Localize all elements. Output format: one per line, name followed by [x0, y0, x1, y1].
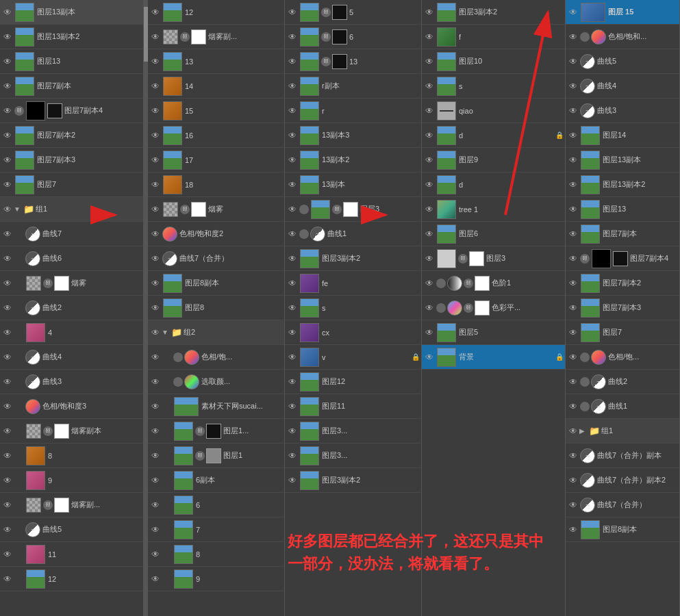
layer-row[interactable]: 👁 s: [285, 296, 421, 320]
eye-icon[interactable]: 👁: [149, 376, 162, 388]
group-row[interactable]: 👁 ▶ 📁 组1: [566, 419, 679, 444]
group-arrow-icon[interactable]: ▼: [14, 205, 23, 213]
eye-icon[interactable]: 👁: [1, 203, 14, 216]
group-row[interactable]: 👁 ▼ 📁 组2: [148, 320, 284, 345]
layer-row[interactable]: 👁 选取颜...: [148, 370, 284, 394]
layer-row[interactable]: 👁 ⛓ 烟雾副本: [0, 419, 143, 444]
eye-icon[interactable]: 👁: [149, 524, 162, 536]
layer-row[interactable]: 👁 d 🔒: [422, 123, 565, 148]
layer-row[interactable]: 👁 d: [422, 172, 565, 197]
layer-row[interactable]: 👁 ⛓ 13: [285, 49, 421, 74]
eye-icon[interactable]: 👁: [149, 499, 162, 511]
eye-icon[interactable]: 👁: [286, 351, 299, 363]
layer-row[interactable]: 👁 图层7副本2: [0, 123, 143, 148]
layer-row[interactable]: 👁 ~ 曲线2: [566, 370, 679, 394]
eye-icon[interactable]: 👁: [149, 55, 162, 68]
eye-icon[interactable]: 👁: [567, 499, 579, 511]
layer-row[interactable]: 👁 图层13副本: [0, 0, 143, 25]
eye-icon[interactable]: 👁: [1, 326, 14, 339]
layer-row[interactable]: 👁 ~ 曲线3: [0, 370, 143, 394]
layer-row[interactable]: 👁 色相/饱和...: [566, 25, 679, 49]
layer-row[interactable]: 👁 cx: [285, 320, 421, 345]
eye-icon[interactable]: 👁: [423, 253, 436, 265]
layer-row[interactable]: 👁 图层13副本2: [0, 25, 143, 49]
eye-icon[interactable]: 👁: [1, 400, 14, 413]
layer-row[interactable]: 👁 fe: [285, 271, 421, 296]
layer-row[interactable]: 👁 图层8副本: [566, 517, 679, 542]
eye-icon[interactable]: 👁: [567, 129, 579, 142]
eye-icon[interactable]: 👁: [286, 154, 299, 166]
eye-icon[interactable]: 👁: [1, 302, 14, 314]
layer-row[interactable]: 👁 ~ 曲线7（合并）: [148, 246, 284, 271]
layer-row[interactable]: 👁 15: [148, 99, 284, 123]
eye-icon[interactable]: 👁: [286, 253, 299, 265]
layer-row[interactable]: 👁 18: [148, 172, 284, 197]
layer-row[interactable]: 👁 图层3副本2: [285, 468, 421, 493]
eye-icon[interactable]: 👁: [423, 55, 436, 68]
layer-row[interactable]: 👁 ~ 曲线1: [566, 394, 679, 419]
layer-row[interactable]: 👁 16: [148, 123, 284, 148]
eye-icon[interactable]: 👁: [567, 400, 579, 413]
eye-icon[interactable]: 👁: [286, 400, 299, 413]
eye-icon[interactable]: 👁: [149, 203, 162, 216]
eye-icon[interactable]: 👁: [149, 450, 162, 462]
layer-row[interactable]: 👁 图层3...: [285, 444, 421, 468]
layer-row[interactable]: 👁 图层7副本: [0, 74, 143, 99]
eye-icon[interactable]: 👁: [1, 376, 14, 388]
layer-row-layer3[interactable]: 👁 ⛓ 图层3: [285, 197, 421, 222]
eye-icon[interactable]: 👁: [286, 228, 299, 240]
layer-row[interactable]: 👁 9: [148, 567, 284, 591]
eye-icon[interactable]: 👁: [286, 129, 299, 142]
eye-icon[interactable]: 👁: [149, 474, 162, 487]
eye-icon[interactable]: 👁: [1, 105, 14, 117]
eye-icon[interactable]: 👁: [1, 499, 14, 511]
layer-row[interactable]: 👁 图层7: [0, 172, 143, 197]
eye-icon[interactable]: 👁: [423, 228, 436, 240]
layer-row[interactable]: 👁 6副本: [148, 468, 284, 493]
layer-row[interactable]: 👁 f: [422, 25, 565, 49]
eye-icon[interactable]: 👁: [149, 253, 162, 265]
eye-icon[interactable]: 👁: [567, 351, 579, 363]
eye-icon[interactable]: 👁: [1, 6, 14, 18]
eye-icon[interactable]: 👁: [567, 425, 579, 437]
eye-icon[interactable]: 👁: [567, 80, 579, 92]
layer-row[interactable]: 👁 图层14: [566, 123, 679, 148]
layer-row[interactable]: 👁 ⛓ 6: [285, 25, 421, 49]
layer-row[interactable]: 👁 ~ 曲线7（合并）副本: [566, 444, 679, 468]
layer-row[interactable]: 👁 ⛓ 图层1: [148, 444, 284, 468]
layer-row[interactable]: 👁 图层12: [285, 370, 421, 394]
eye-icon[interactable]: 👁: [423, 203, 436, 216]
eye-icon[interactable]: 👁: [423, 31, 436, 43]
eye-icon[interactable]: 👁: [149, 80, 162, 92]
layer-row[interactable]: 👁 ⛓ 图层7副本4: [566, 246, 679, 271]
layer-row[interactable]: 👁 qiao: [422, 99, 565, 123]
layer-row[interactable]: 👁 图层3副本2: [285, 246, 421, 271]
layer-row[interactable]: 👁 14: [148, 74, 284, 99]
layer-row[interactable]: 👁 s: [422, 74, 565, 99]
layer-row[interactable]: 👁 ~ 曲线7（合并）副本2: [566, 468, 679, 493]
eye-icon[interactable]: 👁: [286, 55, 299, 68]
eye-icon[interactable]: 👁: [567, 524, 579, 536]
layer-row[interactable]: 👁 色相/饱...: [566, 345, 679, 370]
layer-row-smoke[interactable]: 👁 ⛓ 烟雾: [148, 197, 284, 222]
layer-row[interactable]: 👁 ⛓ 图层3: [422, 246, 565, 271]
eye-icon[interactable]: 👁: [149, 548, 162, 561]
eye-icon[interactable]: 👁: [286, 474, 299, 487]
layer-row[interactable]: 👁 ⛓ 图层7副本4: [0, 99, 143, 123]
layer-row[interactable]: 👁 图层8: [148, 296, 284, 320]
eye-icon[interactable]: 👁: [286, 302, 299, 314]
layer-row-background[interactable]: 👁 背景 🔒: [422, 345, 565, 370]
layer-row[interactable]: 👁 ⛓ 5: [285, 0, 421, 25]
layer-row[interactable]: 👁 ~ 曲线2: [0, 296, 143, 320]
group-row[interactable]: 👁 ▼ 📁 组1: [0, 197, 143, 222]
layer-row[interactable]: 👁 色相/饱和度2: [148, 222, 284, 246]
eye-icon[interactable]: 👁: [567, 154, 579, 166]
eye-icon[interactable]: 👁: [1, 31, 14, 43]
eye-icon[interactable]: 👁: [149, 31, 162, 43]
layer-row[interactable]: 👁 图层7副本3: [566, 296, 679, 320]
eye-icon[interactable]: 👁: [423, 129, 436, 142]
layer-row-tree[interactable]: 👁 tree 1: [422, 197, 565, 222]
layer-row[interactable]: 👁 图层11: [285, 394, 421, 419]
layer-row[interactable]: 👁 12: [148, 0, 284, 25]
eye-icon[interactable]: 👁: [423, 302, 436, 314]
